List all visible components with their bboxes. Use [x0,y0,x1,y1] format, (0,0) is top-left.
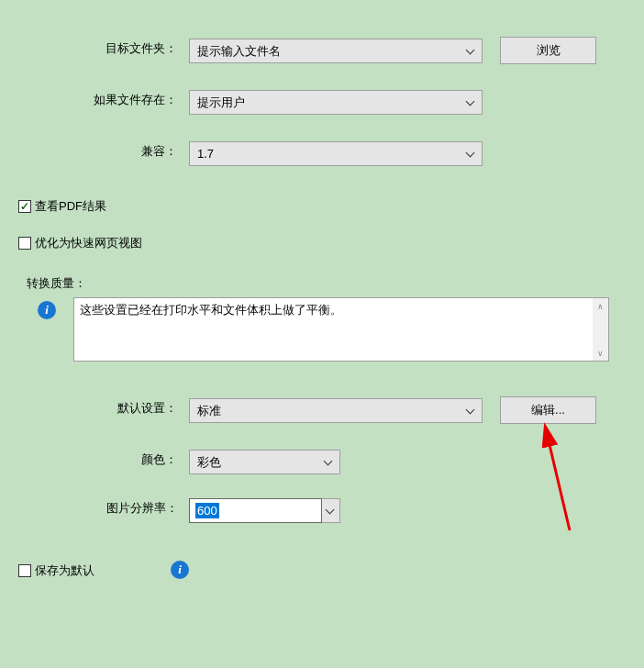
textarea-scrollbar[interactable]: ∧ ∨ [593,298,608,361]
save-as-default-label: 保存为默认 [35,562,94,579]
compatibility-value: 1.7 [197,147,214,161]
edit-button[interactable]: 编辑... [500,396,596,424]
if-file-exists-dropdown[interactable]: 提示用户 [189,90,483,115]
color-label: 颜色： [136,451,177,468]
save-as-default-checkbox[interactable]: 保存为默认 [18,562,94,579]
arrow-annotation [533,420,588,540]
color-value: 彩色 [197,454,221,471]
edit-button-label: 编辑... [531,402,565,418]
if-file-exists-value: 提示用户 [197,95,245,111]
check-icon: ✓ [20,201,29,212]
browse-button-label: 浏览 [537,42,561,59]
quality-description-text: 这些设置已经在打印水平和文件体积上做了平衡。 [74,298,608,322]
scroll-up-icon: ∧ [593,298,608,314]
compatibility-label: 兼容： [136,143,177,160]
default-settings-dropdown[interactable]: 标准 [189,398,483,423]
compatibility-dropdown[interactable]: 1.7 [189,141,483,166]
image-resolution-value: 600 [195,503,219,518]
info-icon: i [38,301,56,319]
image-resolution-dropdown-button[interactable] [322,498,340,523]
optimize-fast-web-checkbox[interactable]: 优化为快速网页视图 [18,235,142,251]
checkbox-box [18,237,31,250]
image-resolution-combo[interactable]: 600 [189,498,340,523]
svg-line-0 [547,433,570,530]
default-settings-label: 默认设置： [94,400,177,417]
chevron-down-icon [466,97,476,107]
quality-description-textarea[interactable]: 这些设置已经在打印水平和文件体积上做了平衡。 ∧ ∨ [73,297,609,362]
optimize-fast-web-label: 优化为快速网页视图 [35,235,142,251]
chevron-down-icon [324,457,334,467]
info-icon: i [171,561,189,579]
if-file-exists-label: 如果文件存在： [85,92,177,108]
chevron-down-icon [466,406,476,416]
target-folder-value: 提示输入文件名 [197,43,281,60]
default-settings-value: 标准 [197,403,221,419]
chevron-down-icon [466,46,476,56]
target-folder-dropdown[interactable]: 提示输入文件名 [189,39,483,63]
conversion-quality-label: 转换质量： [27,275,86,292]
scroll-down-icon: ∨ [593,345,608,361]
target-folder-label: 目标文件夹： [85,40,177,57]
chevron-down-icon [326,506,336,516]
view-pdf-result-label: 查看PDF结果 [35,198,106,215]
checkbox-box: ✓ [18,200,31,213]
color-dropdown[interactable]: 彩色 [189,450,340,474]
image-resolution-label: 图片分辨率： [88,500,178,517]
checkbox-box [18,564,31,577]
view-pdf-result-checkbox[interactable]: ✓ 查看PDF结果 [18,198,106,215]
browse-button[interactable]: 浏览 [500,37,596,64]
chevron-down-icon [466,149,476,159]
